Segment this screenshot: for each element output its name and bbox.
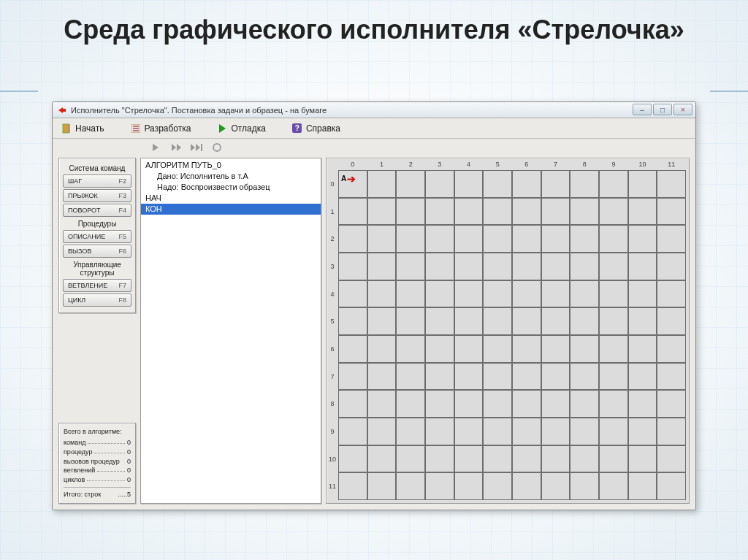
grid-cell[interactable] — [599, 363, 628, 391]
grid-cell[interactable] — [338, 418, 367, 445]
grid-cell[interactable] — [396, 418, 425, 445]
grid-cell[interactable] — [396, 335, 425, 363]
grid-cell[interactable] — [454, 445, 484, 473]
grid-cell[interactable] — [570, 170, 599, 198]
grid-cell[interactable] — [657, 472, 686, 500]
grid-cell[interactable] — [454, 335, 484, 363]
grid-cell[interactable] — [425, 307, 454, 335]
btn-jump[interactable]: ПРЫЖОКF3 — [63, 189, 131, 202]
btn-turn[interactable]: ПОВОРОТF4 — [63, 204, 131, 217]
menu-start[interactable]: Начать — [61, 123, 104, 134]
grid-cell[interactable] — [338, 307, 367, 335]
grid-cell[interactable] — [628, 363, 657, 391]
grid-cell[interactable] — [628, 472, 657, 500]
grid-cell[interactable] — [599, 170, 628, 198]
grid-cell[interactable] — [425, 280, 454, 308]
grid-cell[interactable] — [512, 307, 541, 335]
grid-cell[interactable] — [483, 307, 512, 335]
grid-cell[interactable] — [657, 307, 686, 335]
grid-cell[interactable] — [599, 253, 628, 280]
grid-cell[interactable] — [425, 390, 454, 418]
grid-cell[interactable] — [454, 170, 484, 198]
btn-branch[interactable]: ВЕТВЛЕНИЕF7 — [63, 279, 131, 292]
grid-cell[interactable] — [338, 390, 367, 418]
grid-cell[interactable] — [425, 170, 454, 198]
grid-cell[interactable] — [657, 280, 686, 308]
play-button[interactable] — [149, 141, 162, 154]
grid-cell[interactable] — [425, 363, 454, 391]
grid-cell[interactable] — [599, 225, 628, 253]
grid-cell[interactable] — [396, 307, 425, 335]
grid-cell[interactable] — [541, 418, 570, 445]
grid-cell[interactable] — [657, 390, 686, 418]
grid-cell[interactable] — [657, 198, 686, 226]
grid-cell[interactable] — [367, 390, 397, 418]
grid-cell[interactable] — [628, 170, 657, 198]
grid-cell[interactable] — [512, 170, 541, 198]
grid-cell[interactable] — [570, 335, 599, 363]
grid-cell[interactable] — [367, 418, 397, 445]
grid-cell[interactable] — [628, 335, 657, 363]
grid-cell[interactable] — [599, 198, 628, 226]
grid-cell[interactable] — [512, 198, 541, 226]
grid-cell[interactable] — [628, 198, 657, 226]
grid-cell[interactable] — [570, 307, 599, 335]
grid-cell[interactable] — [657, 445, 686, 473]
grid-cell[interactable] — [512, 225, 541, 253]
skip-end-button[interactable] — [190, 141, 203, 154]
grid-cell[interactable] — [396, 390, 425, 418]
grid-cell[interactable] — [367, 335, 397, 363]
grid-cell[interactable] — [570, 390, 599, 418]
grid-cell[interactable] — [338, 198, 367, 226]
grid-cell[interactable] — [657, 225, 686, 253]
grid-cell[interactable] — [483, 445, 512, 473]
grid-cell[interactable] — [367, 170, 397, 198]
grid-cell[interactable] — [657, 418, 686, 445]
grid-cell[interactable] — [657, 170, 686, 198]
grid-cell[interactable] — [338, 472, 367, 500]
grid-cell[interactable] — [454, 472, 484, 500]
grid-cell[interactable] — [570, 225, 599, 253]
grid-cell[interactable] — [367, 280, 397, 308]
grid-cell[interactable] — [541, 335, 570, 363]
maximize-button[interactable]: □ — [653, 104, 672, 115]
grid-cell[interactable] — [338, 363, 367, 391]
grid-cell[interactable] — [396, 363, 425, 391]
grid-cell[interactable] — [396, 225, 425, 253]
btn-loop[interactable]: ЦИКЛF8 — [63, 294, 131, 307]
grid-cell[interactable] — [512, 253, 541, 280]
grid-cell[interactable] — [570, 418, 599, 445]
grid-cell[interactable] — [454, 307, 484, 335]
grid-cell[interactable] — [396, 170, 425, 198]
grid-cell[interactable] — [541, 445, 570, 473]
grid-cell[interactable] — [628, 307, 657, 335]
grid-cell[interactable] — [454, 390, 484, 418]
grid-cell[interactable] — [367, 363, 397, 391]
grid-cell[interactable] — [338, 335, 367, 363]
grid-cell[interactable] — [338, 445, 367, 473]
grid-cell[interactable] — [512, 280, 541, 308]
grid-cell[interactable] — [396, 472, 425, 500]
grid-cell[interactable] — [541, 307, 570, 335]
grid-cell[interactable] — [541, 198, 570, 226]
grid-cell[interactable] — [454, 280, 484, 308]
grid-cell[interactable] — [570, 280, 599, 308]
grid-cell[interactable] — [599, 307, 628, 335]
grid-cell[interactable] — [599, 418, 628, 445]
grid-cell[interactable] — [541, 253, 570, 280]
grid-cell[interactable] — [454, 198, 484, 226]
grid-cell[interactable] — [599, 280, 628, 308]
grid-cell[interactable] — [425, 445, 454, 473]
grid-cell[interactable] — [570, 445, 599, 473]
grid-cell[interactable] — [483, 198, 512, 226]
grid-cell[interactable] — [512, 445, 541, 473]
grid-cell[interactable] — [367, 307, 397, 335]
grid-cell[interactable] — [483, 225, 512, 253]
stop-button[interactable] — [210, 141, 224, 154]
grid-cell[interactable] — [425, 253, 454, 280]
btn-description[interactable]: ОПИСАНИЕF5 — [63, 230, 131, 243]
menu-help[interactable]: ? Справка — [292, 123, 340, 134]
grid-cell[interactable] — [454, 225, 484, 253]
fast-forward-button[interactable] — [169, 141, 183, 154]
grid-cell[interactable] — [512, 363, 541, 391]
